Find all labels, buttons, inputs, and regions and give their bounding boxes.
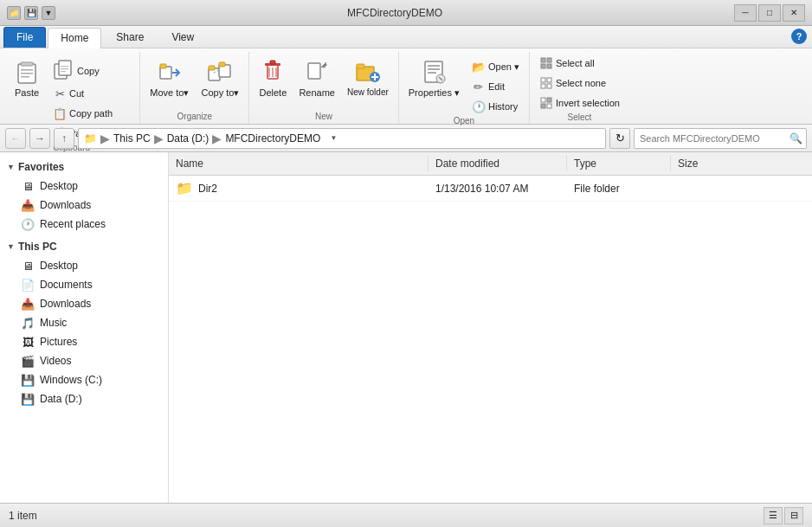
windows-c-icon: 💾 — [21, 373, 35, 387]
file-size-cell — [671, 187, 757, 190]
sidebar-item-music[interactable]: 🎵 Music — [0, 313, 168, 332]
forward-button[interactable]: → — [29, 128, 50, 149]
this-pc-header[interactable]: ▼ This PC — [0, 237, 168, 256]
sidebar-item-recent-places[interactable]: 🕐 Recent places — [0, 215, 168, 234]
list-view-button[interactable]: ☰ — [764, 507, 783, 524]
search-input[interactable] — [635, 133, 785, 144]
rename-button[interactable]: Rename — [294, 55, 339, 100]
file-list-header: Name Date modified Type Size — [169, 152, 812, 176]
address-dropdown-button[interactable]: ▼ — [324, 129, 343, 148]
videos-label: Videos — [40, 355, 71, 367]
open-icon: 📂 — [472, 60, 486, 74]
col-header-name[interactable]: Name — [169, 156, 429, 171]
invert-selection-label: Invert selection — [556, 98, 620, 108]
rename-icon — [303, 58, 331, 86]
tab-file[interactable]: File — [3, 27, 46, 48]
history-icon: 🕐 — [472, 100, 486, 113]
detail-view-button[interactable]: ⊟ — [784, 507, 803, 524]
downloads-fav-icon: 📥 — [21, 198, 35, 212]
help-button[interactable]: ? — [791, 29, 807, 44]
file-list-area: Name Date modified Type Size 📁 Dir2 1/13… — [169, 152, 812, 503]
select-all-button[interactable]: Select all — [535, 54, 624, 73]
paste-button[interactable]: Paste — [9, 55, 45, 100]
address-data[interactable]: Data (D:) — [167, 132, 209, 145]
close-button[interactable]: ✕ — [783, 4, 805, 22]
properties-label: Properties ▾ — [409, 87, 460, 99]
address-bar[interactable]: 📁 ▶ This PC ▶ Data (D:) ▶ MFCDirectoryDE… — [78, 128, 606, 149]
desktop-pc-icon: 🖥 — [21, 259, 35, 273]
svg-rect-37 — [547, 58, 551, 62]
svg-rect-23 — [308, 63, 320, 79]
statusbar: 1 item ☰ ⊟ — [0, 503, 812, 527]
file-type-cell: File folder — [567, 181, 671, 196]
svg-rect-31 — [428, 65, 440, 67]
delete-label: Delete — [259, 87, 287, 98]
cut-button[interactable]: ✂ Cut — [48, 84, 134, 103]
history-button[interactable]: 🕐 History — [467, 97, 524, 116]
svg-rect-42 — [541, 84, 545, 88]
downloads-fav-label: Downloads — [40, 199, 91, 211]
sidebar-item-documents[interactable]: 📄 Documents — [0, 275, 168, 294]
tab-home[interactable]: Home — [48, 28, 101, 48]
move-to-label: Move to▾ — [150, 87, 189, 99]
table-row[interactable]: 📁 Dir2 1/13/2016 10:07 AM File folder — [169, 176, 812, 202]
status-item-count: 1 item — [9, 510, 37, 522]
edit-button[interactable]: ✏ Edit — [467, 77, 524, 96]
tab-share[interactable]: Share — [103, 27, 157, 48]
up-button[interactable]: ↑ — [54, 128, 74, 149]
sidebar: ▼ Favorites 🖥 Desktop 📥 Downloads 🕐 Rece… — [0, 152, 169, 503]
maximize-button[interactable]: □ — [758, 4, 781, 22]
col-header-date[interactable]: Date modified — [429, 156, 567, 171]
move-to-button[interactable]: Move to▾ — [145, 55, 193, 101]
documents-icon: 📄 — [21, 278, 35, 292]
favorites-label: Favorites — [18, 161, 64, 173]
videos-icon: 🎬 — [21, 354, 35, 368]
address-this-pc[interactable]: This PC — [113, 132, 151, 145]
new-folder-label: New folder — [347, 87, 389, 97]
sidebar-item-desktop-pc[interactable]: 🖥 Desktop — [0, 256, 168, 275]
minimize-button[interactable]: ─ — [734, 4, 757, 22]
sidebar-item-data-d[interactable]: 💾 Data (D:) — [0, 389, 168, 408]
select-none-label: Select none — [556, 78, 606, 88]
data-d-icon: 💾 — [21, 392, 35, 406]
open-button[interactable]: 📂 Open ▾ — [467, 57, 524, 76]
col-header-type[interactable]: Type — [567, 156, 671, 171]
sidebar-item-pictures[interactable]: 🖼 Pictures — [0, 332, 168, 351]
refresh-button[interactable]: ↻ — [609, 128, 630, 149]
sidebar-item-downloads-pc[interactable]: 📥 Downloads — [0, 294, 168, 313]
svg-rect-40 — [541, 78, 545, 82]
copy-button[interactable]: Copy — [48, 57, 134, 83]
copy-path-button[interactable]: 📋 Copy path — [48, 104, 134, 123]
back-button[interactable]: ← — [5, 128, 26, 149]
edit-icon: ✏ — [472, 80, 486, 93]
window-title: MFCDirectoryDEMO — [347, 7, 442, 19]
col-header-size[interactable]: Size — [671, 156, 757, 171]
favorites-header[interactable]: ▼ Favorites — [0, 157, 168, 177]
move-to-icon — [156, 58, 184, 86]
sidebar-item-desktop-fav[interactable]: 🖥 Desktop — [0, 177, 168, 196]
svg-rect-47 — [547, 104, 551, 108]
app-icon-1[interactable]: 📁 — [7, 6, 21, 20]
app-icon-3[interactable]: ▼ — [42, 6, 55, 20]
properties-button[interactable]: Properties ▾ — [404, 55, 464, 101]
statusbar-views: ☰ ⊟ — [764, 507, 803, 524]
file-name: Dir2 — [198, 183, 217, 195]
main-content: ▼ Favorites 🖥 Desktop 📥 Downloads 🕐 Rece… — [0, 152, 812, 503]
select-content: Select all Select none — [535, 52, 624, 112]
app-icon-2[interactable]: 💾 — [24, 6, 38, 20]
tab-view[interactable]: View — [158, 27, 207, 48]
copy-to-button[interactable]: Copy to▾ — [197, 55, 243, 101]
sidebar-item-videos[interactable]: 🎬 Videos — [0, 351, 168, 370]
address-current[interactable]: MFCDirectoryDEMO — [225, 132, 320, 145]
invert-selection-button[interactable]: Invert selection — [535, 93, 624, 112]
delete-button[interactable]: Delete — [255, 55, 291, 100]
select-none-button[interactable]: Select none — [535, 74, 624, 93]
sidebar-item-downloads-fav[interactable]: 📥 Downloads — [0, 196, 168, 215]
select-label: Select — [568, 112, 592, 125]
new-folder-button[interactable]: New folder — [343, 55, 393, 100]
search-icon[interactable]: 🔍 — [785, 129, 806, 148]
folder-icon: 📁 — [176, 180, 193, 196]
favorites-arrow: ▼ — [7, 163, 15, 171]
copy-path-icon: 📋 — [53, 106, 67, 120]
sidebar-item-windows-c[interactable]: 💾 Windows (C:) — [0, 370, 168, 389]
